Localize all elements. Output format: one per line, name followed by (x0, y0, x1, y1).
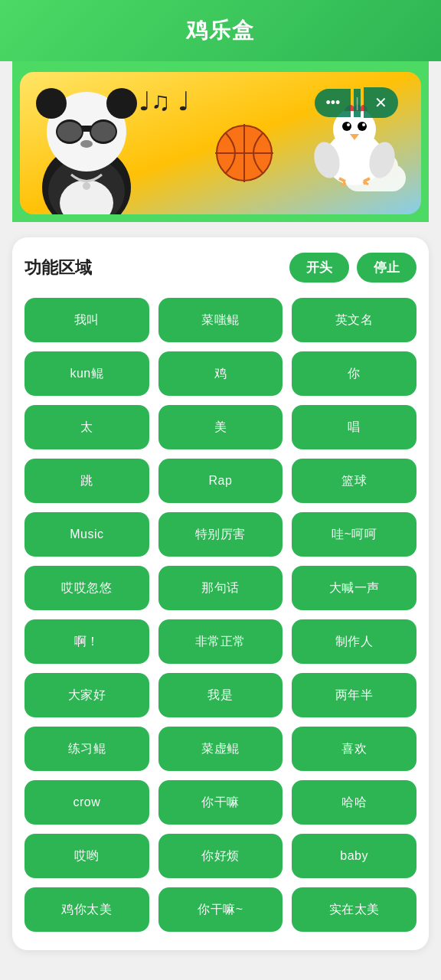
svg-point-11 (80, 140, 93, 148)
chips-grid: 我叫菜嗤鲲英文名kun鲲鸡你太美唱跳Rap篮球Music特别厉害哇~呵呵哎哎忽悠… (24, 298, 416, 932)
chip-button[interactable]: 你好烦 (158, 834, 283, 878)
divider: | (354, 89, 361, 117)
chip-button[interactable]: 两年半 (292, 673, 416, 717)
chip-button[interactable]: 唱 (292, 405, 416, 449)
chip-button[interactable]: 篮球 (292, 459, 416, 503)
chip-button[interactable]: crow (24, 780, 149, 825)
chip-button[interactable]: 鸡 (158, 351, 283, 396)
chip-button[interactable]: 跳 (24, 459, 149, 503)
chip-button[interactable]: baby (292, 834, 416, 878)
main-card: 功能区域 开头 停止 我叫菜嗤鲲英文名kun鲲鸡你太美唱跳Rap篮球Music特… (12, 237, 429, 950)
banner-section: ♩♫ ♩ (12, 61, 429, 222)
svg-point-21 (362, 123, 365, 126)
chip-button[interactable]: Rap (158, 459, 283, 503)
section-header: 功能区域 开头 停止 (24, 253, 416, 283)
close-label: ✕ (374, 94, 387, 111)
svg-point-10 (91, 122, 116, 142)
chip-button[interactable]: 太 (24, 405, 149, 449)
chip-button[interactable]: 我是 (158, 673, 283, 717)
chip-button[interactable]: 哎哎忽悠 (24, 566, 149, 610)
chip-button[interactable]: 你 (292, 351, 416, 396)
start-button[interactable]: 开头 (289, 253, 349, 283)
svg-point-5 (106, 88, 137, 119)
chip-button[interactable]: 大家好 (24, 673, 149, 717)
chip-button[interactable]: 啊！ (24, 619, 149, 664)
chip-button[interactable]: 练习鲲 (24, 727, 149, 771)
more-button[interactable]: ••• (315, 89, 351, 117)
chip-button[interactable]: 你干嘛~ (158, 887, 283, 932)
banner-controls[interactable]: ••• | ✕ (315, 87, 398, 118)
svg-point-18 (342, 122, 351, 131)
chip-button[interactable]: 你干嘛 (158, 780, 283, 825)
chip-button[interactable]: 哈哈 (292, 780, 416, 825)
panda-figure (24, 72, 150, 214)
chip-button[interactable]: 英文名 (292, 298, 416, 342)
svg-point-12 (83, 182, 90, 190)
app-title: 鸡乐盒 (186, 16, 255, 45)
dots-label: ••• (325, 95, 340, 111)
chip-button[interactable]: 哇~呵呵 (292, 512, 416, 557)
chip-button[interactable]: kun鲲 (24, 351, 149, 396)
chip-button[interactable]: 美 (158, 405, 283, 449)
svg-point-9 (57, 122, 82, 142)
chip-button[interactable]: 非常正常 (158, 619, 283, 664)
close-button[interactable]: ✕ (364, 87, 398, 118)
chip-button[interactable]: 实在太美 (292, 887, 416, 932)
chip-button[interactable]: 我叫 (24, 298, 149, 342)
chip-button[interactable]: 特别厉害 (158, 512, 283, 557)
chip-button[interactable]: 鸡你太美 (24, 887, 149, 932)
app-header: 鸡乐盒 (0, 0, 441, 61)
chip-button[interactable]: 哎哟 (24, 834, 149, 878)
chip-button[interactable]: 大喊一声 (292, 566, 416, 610)
chip-button[interactable]: 喜欢 (292, 727, 416, 771)
stop-button[interactable]: 停止 (357, 253, 416, 283)
control-buttons: 开头 停止 (289, 253, 416, 283)
svg-point-4 (36, 88, 67, 119)
music-notes: ♩♫ ♩ (139, 86, 190, 116)
svg-point-19 (358, 122, 367, 131)
banner-image: ♩♫ ♩ (20, 72, 421, 214)
chip-button[interactable]: 制作人 (292, 619, 416, 664)
chip-button[interactable]: 菜嗤鲲 (158, 298, 283, 342)
chip-button[interactable]: 菜虚鲲 (158, 727, 283, 771)
chip-button[interactable]: Music (24, 512, 149, 557)
section-title: 功能区域 (24, 256, 92, 279)
basketball (215, 124, 273, 182)
svg-point-20 (347, 123, 350, 126)
chip-button[interactable]: 那句话 (158, 566, 283, 610)
